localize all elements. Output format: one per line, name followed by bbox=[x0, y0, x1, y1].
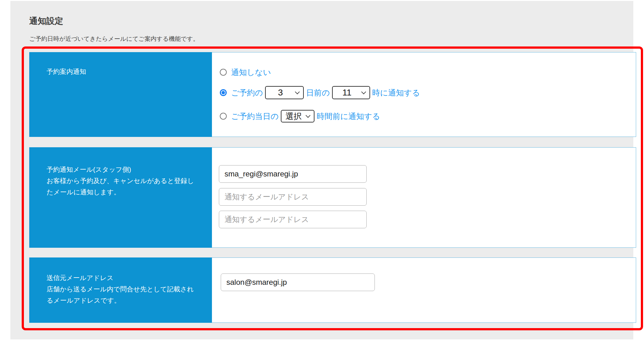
row-sender-mail-address: 送信元メールアドレス 店舗から送るメール内で問合せ先として記載され るメールアド… bbox=[29, 257, 636, 323]
page-title: 通知設定 bbox=[29, 15, 63, 27]
chevron-down-icon bbox=[306, 113, 311, 118]
settings-panel: 通知設定 ご予約日時が近づいてきたらメールにてご案内する機能です。 予約案内通知… bbox=[10, 1, 633, 339]
chevron-down-icon bbox=[361, 89, 366, 95]
radio-no-notification[interactable] bbox=[220, 69, 227, 76]
label-cell: 送信元メールアドレス 店舗から送るメール内で問合せ先として記載され るメールアド… bbox=[29, 257, 212, 323]
staff-mail-input-2[interactable] bbox=[219, 188, 367, 206]
sender-mail-input[interactable] bbox=[221, 273, 375, 291]
row-label: 予約案内通知 bbox=[47, 66, 206, 77]
radio-same-day[interactable] bbox=[220, 113, 227, 120]
page-subtitle: ご予約日時が近づいてきたらメールにてご案内する機能です。 bbox=[29, 35, 199, 43]
hours-before-select[interactable]: 選択 bbox=[281, 110, 314, 122]
row-staff-notification-mail: 予約通知メール(スタッフ側) お客様から予約及び、キャンセルがあると登録し たメ… bbox=[29, 147, 636, 248]
days-before-select[interactable]: 3 bbox=[265, 86, 304, 99]
notification-settings-page: 通知設定 ご予約日時が近づいてきたらメールにてご案内する機能です。 予約案内通知… bbox=[0, 0, 644, 341]
option-label: 通知しない bbox=[231, 67, 271, 78]
staff-mail-input-3[interactable] bbox=[219, 211, 367, 228]
option-text-after: 時間前に通知する bbox=[317, 111, 380, 122]
label-cell: 予約通知メール(スタッフ側) お客様から予約及び、キャンセルがあると登録し たメ… bbox=[29, 147, 212, 248]
option-days-before-notification[interactable]: ご予約の 3 日前の 11 時に通知する bbox=[220, 86, 420, 99]
row-reservation-guide-notification: 予約案内通知 通知しない ご予約の 3 日前の 11 時に通知する bbox=[29, 52, 636, 137]
staff-mail-input-1[interactable] bbox=[219, 165, 367, 183]
option-text-middle: 日前の bbox=[306, 88, 330, 98]
notify-hour-select[interactable]: 11 bbox=[332, 86, 370, 99]
hours-before-select-value: 選択 bbox=[286, 111, 302, 122]
row-label: 送信元メールアドレス 店舗から送るメール内で問合せ先として記載され るメールアド… bbox=[47, 272, 206, 306]
option-no-notification[interactable]: 通知しない bbox=[220, 66, 271, 79]
notify-hour-select-value: 11 bbox=[342, 88, 352, 98]
option-text-after: 時に通知する bbox=[372, 88, 420, 98]
option-text-before: ご予約当日の bbox=[231, 111, 279, 122]
radio-days-before[interactable] bbox=[220, 89, 227, 96]
option-text-before: ご予約の bbox=[231, 88, 263, 98]
chevron-down-icon bbox=[295, 89, 300, 95]
days-before-select-value: 3 bbox=[278, 88, 283, 98]
row-label: 予約通知メール(スタッフ側) お客様から予約及び、キャンセルがあると登録し たメ… bbox=[47, 164, 206, 198]
label-cell: 予約案内通知 bbox=[29, 52, 212, 137]
option-same-day-notification[interactable]: ご予約当日の 選択 時間前に通知する bbox=[220, 110, 380, 123]
